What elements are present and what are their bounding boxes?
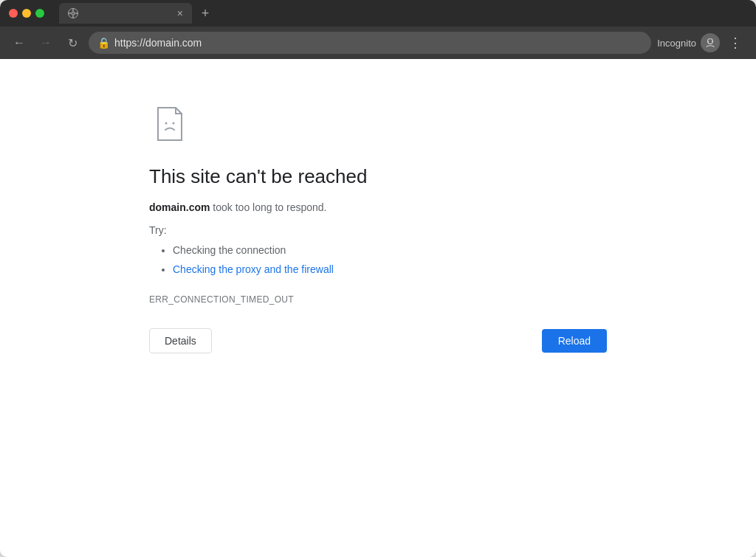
- traffic-lights: [9, 9, 44, 18]
- svg-point-0: [69, 9, 78, 18]
- minimize-traffic-light[interactable]: [22, 9, 31, 18]
- new-tab-button[interactable]: +: [195, 3, 216, 24]
- suggestion-text-1: Checking the connection: [173, 244, 286, 256]
- close-traffic-light[interactable]: [9, 9, 18, 18]
- details-button[interactable]: Details: [149, 328, 212, 353]
- suggestion-item-2: Checking the proxy and the firewall: [173, 260, 607, 279]
- svg-point-2: [707, 41, 709, 43]
- toolbar-right: Incognito ⋮: [657, 32, 747, 54]
- tab-close-button[interactable]: ×: [177, 7, 183, 19]
- reload-button[interactable]: Reload: [542, 329, 607, 353]
- titlebar: × +: [0, 0, 756, 27]
- button-row: Details Reload: [149, 328, 607, 353]
- domain-name: domain.com: [149, 201, 210, 213]
- page-content: This site can't be reached domain.com to…: [0, 59, 756, 557]
- error-description: domain.com took too long to respond.: [149, 200, 607, 215]
- reload-nav-button[interactable]: ↻: [62, 32, 83, 53]
- error-title: This site can't be reached: [149, 165, 607, 188]
- chrome-menu-button[interactable]: ⋮: [724, 32, 747, 54]
- try-label: Try:: [149, 224, 607, 236]
- error-code: ERR_CONNECTION_TIMED_OUT: [149, 294, 607, 305]
- incognito-icon: [701, 33, 720, 52]
- back-button[interactable]: ←: [9, 32, 30, 53]
- svg-point-5: [173, 122, 175, 125]
- address-bar[interactable]: 🔒 https://domain.com: [89, 32, 651, 54]
- description-suffix: took too long to respond.: [210, 201, 326, 213]
- error-container: This site can't be reached domain.com to…: [149, 103, 607, 353]
- tab-favicon-icon: [68, 8, 78, 18]
- tab-bar: × +: [59, 3, 747, 24]
- browser-window: × + ← → ↻ 🔒 https://domain.com Incognito…: [0, 0, 756, 557]
- error-icon: [149, 103, 607, 148]
- incognito-label: Incognito: [657, 38, 696, 49]
- url-text: https://domain.com: [114, 37, 202, 49]
- svg-point-4: [165, 122, 168, 125]
- svg-point-3: [712, 41, 713, 43]
- proxy-firewall-link[interactable]: Checking the proxy and the firewall: [173, 263, 334, 275]
- lock-icon: 🔒: [97, 37, 110, 49]
- active-tab[interactable]: ×: [59, 3, 192, 24]
- forward-button[interactable]: →: [35, 32, 56, 53]
- maximize-traffic-light[interactable]: [35, 9, 44, 18]
- suggestions-list: Checking the connection Checking the pro…: [149, 241, 607, 280]
- suggestion-item-1: Checking the connection: [173, 241, 607, 260]
- navigation-toolbar: ← → ↻ 🔒 https://domain.com Incognito ⋮: [0, 27, 756, 59]
